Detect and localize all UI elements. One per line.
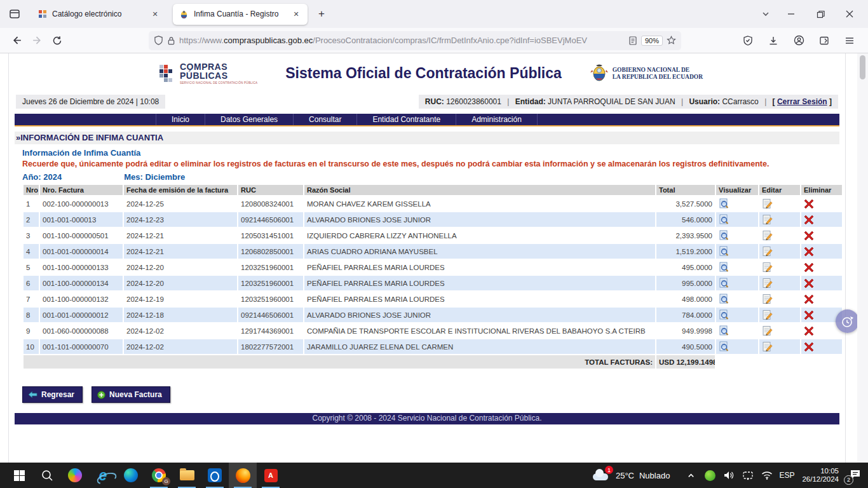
visualizar-icon[interactable]: [719, 214, 729, 225]
cell-razon-social: PEÑAFIEL PARRALES MARIA LOURDES: [304, 292, 655, 306]
pocket-shield-icon[interactable]: [738, 31, 757, 50]
tray-expand-chevron-icon[interactable]: [684, 471, 698, 480]
nav-item-4[interactable]: Administración: [456, 114, 538, 125]
visualizar-icon[interactable]: [719, 294, 729, 304]
window-minimize-button[interactable]: [776, 0, 806, 28]
reader-mode-icon[interactable]: [628, 36, 637, 45]
back-arrow-icon: [28, 391, 37, 398]
total-label: TOTAL FACTURAS:: [24, 355, 655, 369]
weather-widget[interactable]: 1 25°C Nublado: [592, 469, 670, 482]
zoom-level-chip[interactable]: 90%: [641, 36, 663, 46]
firefox-view-icon[interactable]: [4, 4, 25, 24]
visualizar-icon[interactable]: [719, 262, 729, 273]
editar-icon[interactable]: [762, 278, 773, 288]
editar-icon[interactable]: [762, 294, 773, 304]
editar-icon[interactable]: [762, 198, 773, 209]
logout-link[interactable]: Cerrar Sesión: [777, 97, 827, 106]
eliminar-icon[interactable]: [804, 278, 814, 288]
eliminar-icon[interactable]: [804, 326, 814, 336]
tab-close-icon[interactable]: ✕: [149, 8, 161, 20]
page-scrollbar[interactable]: [857, 53, 868, 463]
lock-icon[interactable]: [167, 36, 175, 45]
nav-item-2[interactable]: Consultar: [294, 114, 357, 125]
taskbar-clock[interactable]: 10:05 26/12/2024: [802, 467, 839, 484]
visualizar-icon[interactable]: [719, 325, 729, 336]
copilot-button[interactable]: [61, 463, 89, 488]
editar-icon[interactable]: [762, 341, 773, 352]
editar-icon[interactable]: [762, 325, 773, 336]
editar-icon[interactable]: [762, 246, 773, 257]
compras-publicas-logo: COMPRAS PÚBLICAS SERVICIO NACIONAL DE CO…: [159, 62, 257, 85]
regresar-button[interactable]: Regresar: [22, 386, 83, 403]
back-icon[interactable]: [6, 31, 27, 50]
visualizar-icon[interactable]: [719, 230, 729, 241]
antivirus-tray-icon[interactable]: [703, 470, 717, 481]
visualizar-icon[interactable]: [719, 198, 729, 209]
eliminar-icon[interactable]: [804, 262, 814, 273]
cell-eliminar: [801, 292, 842, 306]
list-all-tabs-icon[interactable]: [755, 10, 776, 18]
address-bar[interactable]: https://www.compraspublicas.gob.ec/Proce…: [149, 31, 681, 50]
new-tab-button[interactable]: +: [313, 5, 330, 23]
eliminar-icon[interactable]: [804, 294, 814, 304]
menu-hamburger-icon[interactable]: [840, 31, 859, 50]
wifi-icon[interactable]: [760, 471, 774, 480]
nav-item-3[interactable]: Entidad Contratante: [357, 114, 456, 125]
downloads-icon[interactable]: [764, 31, 783, 50]
search-button[interactable]: [33, 463, 61, 488]
eliminar-icon[interactable]: [804, 342, 814, 352]
sidebar-panel-icon[interactable]: [815, 31, 834, 50]
window-close-button[interactable]: [835, 0, 864, 28]
tab-catalogo-electronico[interactable]: Catálogo electrónico ✕: [32, 4, 166, 25]
start-button[interactable]: [5, 463, 33, 488]
tracking-shield-icon[interactable]: [154, 36, 163, 45]
acrobat-button[interactable]: A: [257, 463, 285, 488]
cell-eliminar: [801, 339, 842, 354]
eliminar-icon[interactable]: [804, 199, 814, 209]
tab-close-icon[interactable]: ✕: [290, 8, 302, 20]
tab-infima-cuantia[interactable]: Infima Cuantía - Registro ✕: [173, 4, 308, 25]
eliminar-icon[interactable]: [804, 310, 814, 320]
url-text[interactable]: https://www.compraspublicas.gob.ec/Proce…: [179, 36, 625, 45]
eliminar-icon[interactable]: [804, 215, 814, 225]
nueva-factura-button[interactable]: Nueva Factura: [92, 386, 170, 403]
column-header: Razón Social: [304, 185, 655, 195]
cell-visualizar: [716, 276, 758, 290]
file-explorer-button[interactable]: [173, 463, 201, 488]
cell-factura: 001-100-000000134: [40, 276, 123, 290]
visualizar-icon[interactable]: [719, 309, 729, 320]
notification-center-button[interactable]: 2: [849, 469, 862, 482]
visualizar-icon[interactable]: [719, 278, 729, 288]
column-header: Eliminar: [801, 185, 842, 195]
eliminar-icon[interactable]: [804, 231, 814, 241]
tab-title: Infima Cuantía - Registro: [194, 10, 285, 18]
scrollbar-thumb[interactable]: [860, 55, 865, 79]
cell-factura: 001-100-000000132: [40, 292, 123, 306]
chrome-button[interactable]: G: [145, 463, 173, 488]
edge-button[interactable]: [117, 463, 145, 488]
logo-text-line2: PÚBLICAS: [180, 71, 257, 80]
cell-editar: [759, 323, 800, 338]
cast-screen-icon[interactable]: [741, 471, 755, 480]
forward-icon[interactable]: [27, 31, 47, 50]
internet-explorer-button[interactable]: e: [89, 463, 117, 488]
time-tracker-widget[interactable]: [836, 309, 859, 333]
editar-icon[interactable]: [762, 262, 773, 273]
language-indicator[interactable]: ESP: [779, 471, 794, 480]
window-restore-button[interactable]: [806, 0, 835, 28]
editar-icon[interactable]: [762, 230, 773, 241]
outlook-button[interactable]: [201, 463, 229, 488]
account-icon[interactable]: [789, 31, 808, 50]
editar-icon[interactable]: [762, 214, 773, 225]
visualizar-icon[interactable]: [719, 246, 729, 257]
nav-item-1[interactable]: Datos Generales: [205, 114, 294, 125]
eliminar-icon[interactable]: [804, 247, 814, 257]
reload-icon[interactable]: [47, 31, 67, 50]
nav-item-0[interactable]: Inicio: [156, 114, 205, 125]
cell-eliminar: [801, 196, 842, 211]
visualizar-icon[interactable]: [719, 341, 729, 352]
firefox-button[interactable]: [229, 463, 257, 488]
volume-icon[interactable]: [722, 470, 736, 480]
bookmark-star-icon[interactable]: [667, 36, 676, 45]
editar-icon[interactable]: [762, 309, 773, 320]
